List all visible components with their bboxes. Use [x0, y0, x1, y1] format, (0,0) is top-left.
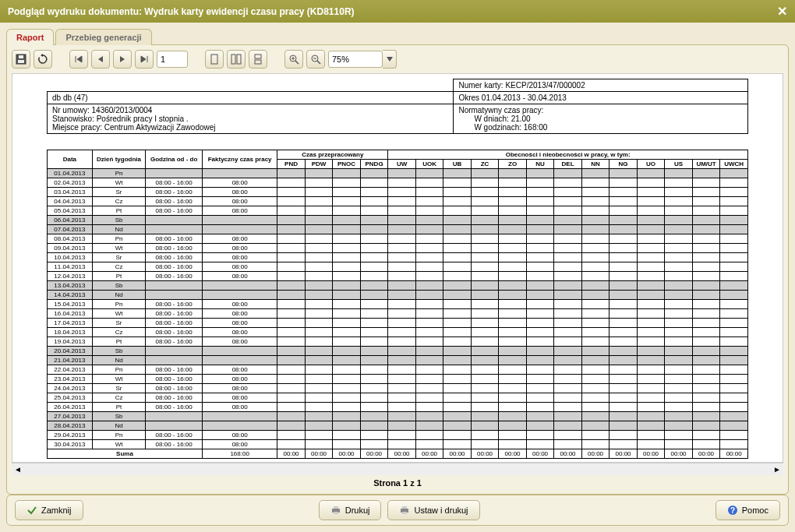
bottom-bar: Zamknij Drukuj Ustaw i drukuj ? Pomoc: [6, 495, 789, 526]
svg-rect-5: [237, 55, 241, 64]
pomoc-button[interactable]: ? Pomoc: [716, 500, 780, 520]
table-row: 25.04.2013Cz08:00 - 16:0008:00: [48, 393, 748, 403]
col-uwch: UWCH: [720, 160, 748, 169]
zoom-out-icon[interactable]: [306, 50, 325, 69]
col-pdw: PDW: [305, 160, 333, 169]
col-faktyczny: Faktyczny czas pracy: [202, 150, 277, 169]
table-row: 30.04.2013Wt08:00 - 16:0008:00: [48, 440, 748, 449]
svg-rect-6: [255, 55, 261, 58]
table-row: 02.04.2013Wt08:00 - 16:0008:00: [48, 178, 748, 188]
page-indicator: Strona 1 z 1: [12, 475, 783, 489]
svg-text:?: ?: [730, 506, 735, 515]
toolbar: [12, 50, 783, 69]
header-table: Numer karty: KECP/2013/47/000002 db db (…: [47, 79, 748, 134]
zamknij-button[interactable]: Zamknij: [15, 500, 83, 520]
table-row: 22.04.2013Pn08:00 - 16:0008:00: [48, 365, 748, 375]
table-row: 24.04.2013Sr08:00 - 16:0008:00: [48, 384, 748, 393]
col-umut: UM/UT: [692, 160, 720, 169]
norm-label: Normatywny czas pracy:: [458, 106, 743, 115]
table-row: 08.04.2013Pn08:00 - 16:0008:00: [48, 234, 748, 244]
table-row: 07.04.2013Nd: [48, 225, 748, 234]
close-icon[interactable]: ✕: [777, 4, 787, 19]
continuous-page-icon[interactable]: [249, 50, 267, 69]
scroll-right-icon[interactable]: ►: [771, 463, 783, 476]
prev-page-icon[interactable]: [91, 50, 110, 69]
tab-przebieg[interactable]: Przebieg generacji: [55, 29, 151, 45]
tab-raport[interactable]: Raport: [6, 29, 54, 45]
data-table: Data Dzień tygodnia Godzina od - do Fakt…: [47, 150, 748, 459]
table-row: 06.04.2013Sb: [48, 216, 748, 225]
table-row: 23.04.2013Wt08:00 - 16:0008:00: [48, 375, 748, 384]
table-row: 20.04.2013Sb: [48, 347, 748, 356]
pomoc-label: Pomoc: [742, 506, 768, 515]
okres: Okres 01.04.2013 - 30.04.2013: [454, 92, 748, 104]
ustaw-button[interactable]: Ustaw i drukuj: [387, 500, 479, 520]
report-panel: Numer karty: KECP/2013/47/000002 db db (…: [6, 44, 789, 495]
numer-karty-value: KECP/2013/47/000002: [505, 81, 585, 90]
table-row: 13.04.2013Sb: [48, 281, 748, 291]
col-nn: NN: [581, 160, 610, 169]
first-page-icon[interactable]: [69, 50, 88, 69]
table-row: 21.04.2013Nd: [48, 356, 748, 365]
report-viewport[interactable]: Numer karty: KECP/2013/47/000002 db db (…: [12, 73, 783, 463]
w-godzinach: W godzinach: 168:00: [458, 123, 743, 132]
table-row: 19.04.2013Pt08:00 - 16:0008:00: [48, 337, 748, 347]
numer-karty-label: Numer karty:: [458, 81, 503, 90]
table-row: 10.04.2013Sr08:00 - 16:0008:00: [48, 253, 748, 262]
last-page-icon[interactable]: [135, 50, 154, 69]
col-us: US: [665, 160, 693, 169]
window-title: Podgląd wydruku dokumentu: Wydruk karty …: [8, 6, 355, 17]
svg-rect-2: [19, 55, 23, 58]
save-icon[interactable]: [12, 50, 30, 69]
col-godzina: Godzina od - do: [146, 150, 203, 169]
table-row: 14.04.2013Nd: [48, 291, 748, 300]
col-uw: UW: [388, 160, 416, 169]
table-row: 27.04.2013Sb: [48, 412, 748, 421]
svg-rect-16: [334, 506, 338, 509]
col-nu: NU: [526, 160, 554, 169]
table-row: 05.04.2013Pt08:00 - 16:0008:00: [48, 206, 748, 216]
table-row: 12.04.2013Pt08:00 - 16:0008:00: [48, 272, 748, 281]
dbdb: db db (47): [48, 92, 454, 104]
table-row: 11.04.2013Cz08:00 - 16:0008:00: [48, 262, 748, 272]
table-row: 01.04.2013Pn: [48, 169, 748, 178]
col-pndg: PNDG: [360, 160, 388, 169]
svg-line-13: [317, 61, 320, 64]
table-row: 26.04.2013Pt08:00 - 16:0008:00: [48, 403, 748, 412]
col-ub: UB: [443, 160, 472, 169]
svg-rect-7: [255, 60, 261, 64]
nr-umowy: Nr umowy: 14360/2013/0004: [52, 106, 448, 115]
col-pnoc: PNOC: [333, 160, 361, 169]
multi-page-icon[interactable]: [227, 50, 246, 69]
svg-rect-20: [402, 512, 407, 514]
help-icon: ?: [727, 505, 738, 516]
page-input[interactable]: [157, 51, 188, 68]
table-row: 29.04.2013Pn08:00 - 16:0008:00: [48, 431, 748, 440]
w-dniach: W dniach: 21.00: [458, 115, 743, 123]
horizontal-scrollbar[interactable]: ◄ ►: [12, 463, 783, 475]
scroll-left-icon[interactable]: ◄: [12, 463, 24, 476]
zoom-in-icon[interactable]: [284, 50, 303, 69]
svg-rect-4: [231, 55, 235, 64]
drukuj-button[interactable]: Drukuj: [319, 500, 382, 520]
table-row: 03.04.2013Sr08:00 - 16:0008:00: [48, 188, 748, 197]
col-czas-przepracowany: Czas przepracowany: [277, 150, 388, 160]
stanowisko: Stanowisko: Pośrednik pracy I stopnia .: [52, 115, 448, 123]
col-del: DEL: [554, 160, 582, 169]
col-ng: NG: [610, 160, 638, 169]
svg-rect-3: [211, 55, 217, 64]
col-dzien: Dzień tygodnia: [92, 150, 146, 169]
title-bar: Podgląd wydruku dokumentu: Wydruk karty …: [0, 0, 795, 23]
table-row: 16.04.2013Wt08:00 - 16:0008:00: [48, 309, 748, 319]
zoom-select[interactable]: [328, 51, 383, 68]
ustaw-label: Ustaw i drukuj: [414, 506, 468, 515]
single-page-icon[interactable]: [205, 50, 224, 69]
svg-rect-19: [402, 506, 407, 509]
zoom-dropdown-icon[interactable]: [383, 50, 397, 69]
sum-row: Suma168:0000:0000:0000:0000:0000:0000:00…: [48, 449, 748, 459]
next-page-icon[interactable]: [113, 50, 132, 69]
table-row: 18.04.2013Cz08:00 - 16:0008:00: [48, 328, 748, 337]
refresh-icon[interactable]: [34, 50, 52, 69]
table-row: 04.04.2013Cz08:00 - 16:0008:00: [48, 197, 748, 206]
legend-text: PND - Praca w niedziele i święta, PDW - …: [47, 462, 748, 463]
